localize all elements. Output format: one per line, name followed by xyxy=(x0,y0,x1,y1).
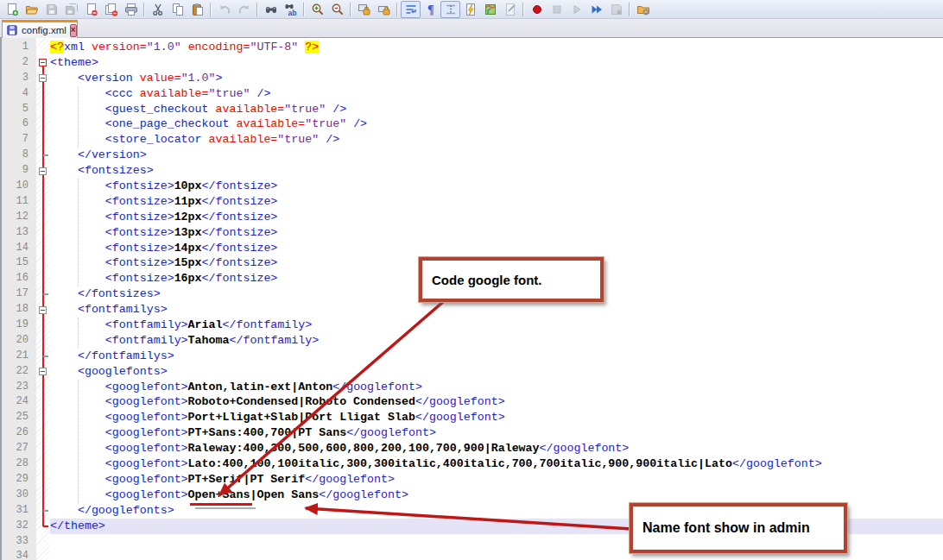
paste-icon[interactable] xyxy=(187,1,207,18)
code-line: <googlefont>Lato:400,100,100italic,300,3… xyxy=(50,456,943,472)
macro-stop-icon[interactable] xyxy=(547,1,566,18)
annotation-text: Code google font. xyxy=(422,273,541,287)
code-line: <?xml version="1.0" encoding="UTF-8" ?> xyxy=(50,40,943,55)
toolbar-separator xyxy=(522,3,524,16)
line-number: 6 xyxy=(2,116,36,132)
code-line: <googlefont>Open+Sans|Open Sans</googlef… xyxy=(50,488,943,503)
line-number: 28 xyxy=(2,456,36,472)
folder-link-icon[interactable] xyxy=(633,1,653,18)
toolbar: ab¶ xyxy=(0,0,943,19)
save-icon[interactable] xyxy=(41,1,61,18)
macro-run-multiple-icon[interactable] xyxy=(586,1,606,18)
line-number: 34 xyxy=(2,549,36,560)
fold-toggle[interactable] xyxy=(39,368,47,375)
fold-margin xyxy=(36,38,50,560)
line-number: 29 xyxy=(2,472,36,488)
line-number: 15 xyxy=(2,255,36,271)
code-line: <fontfamily>Tahoma</fontfamily> xyxy=(50,333,943,349)
fold-toggle[interactable] xyxy=(39,167,47,175)
line-number: 11 xyxy=(2,194,36,210)
fold-toggle[interactable] xyxy=(39,74,47,82)
line-number: 10 xyxy=(2,179,36,194)
new-file-icon[interactable] xyxy=(2,1,22,18)
code-line: </fontfamilys> xyxy=(50,349,943,364)
line-number: 13 xyxy=(2,225,36,241)
replace-icon[interactable]: ab xyxy=(281,1,301,18)
tab-config-xml[interactable]: config.xml × xyxy=(2,20,78,38)
svg-text:¶: ¶ xyxy=(427,3,434,16)
notepadpp-window: ab¶ config.xml × 12345678910111213141516… xyxy=(0,0,943,560)
macro-play-icon[interactable] xyxy=(566,1,586,18)
line-number: 25 xyxy=(2,410,36,425)
indent-guide-line xyxy=(78,179,79,286)
cut-icon[interactable] xyxy=(148,1,168,18)
saved-file-icon xyxy=(6,24,18,36)
fold-end-mark xyxy=(43,154,48,156)
code-line: <theme> xyxy=(50,55,943,71)
line-number: 24 xyxy=(2,394,36,410)
code-line: <fontsizes> xyxy=(50,163,943,179)
udl-lightning-icon[interactable] xyxy=(460,1,480,18)
line-number: 23 xyxy=(2,380,36,395)
code-line: <fontsize>14px</fontsize> xyxy=(50,241,943,256)
sync-vertical-icon[interactable] xyxy=(354,1,374,18)
sync-horizontal-icon[interactable] xyxy=(374,1,394,18)
annotation-text: Name font show in admin xyxy=(633,520,810,536)
document-map-icon[interactable] xyxy=(480,1,500,18)
close-all-icon[interactable] xyxy=(101,1,121,18)
code-line: <googlefont>Port+Lligat+Slab|Port Lligat… xyxy=(50,410,943,425)
redo-icon[interactable] xyxy=(234,1,254,18)
zoom-out-icon[interactable] xyxy=(327,1,347,18)
line-number: 16 xyxy=(2,271,36,286)
indent-guide-icon[interactable] xyxy=(440,1,460,18)
line-number: 30 xyxy=(2,488,36,503)
line-number: 7 xyxy=(2,132,36,148)
code-line: <version value="1.0"> xyxy=(50,71,943,86)
line-number: 26 xyxy=(2,425,36,441)
line-number: 18 xyxy=(2,302,36,318)
open-sans-underline xyxy=(190,503,252,506)
line-number: 12 xyxy=(2,210,36,225)
macro-save-icon[interactable] xyxy=(606,1,626,18)
tab-close-icon[interactable]: × xyxy=(70,24,77,37)
editor-area: 1234567891011121314151617181920212223242… xyxy=(0,38,943,560)
print-icon[interactable] xyxy=(121,1,141,18)
macro-record-icon[interactable] xyxy=(527,1,547,18)
line-number: 21 xyxy=(2,349,36,364)
line-number: 27 xyxy=(2,441,36,456)
save-all-icon[interactable] xyxy=(61,1,81,18)
code-line: <guest_checkout available="true" /> xyxy=(50,102,943,117)
code-line: <fontsize>11px</fontsize> xyxy=(50,194,943,210)
copy-icon[interactable] xyxy=(168,1,187,18)
zoom-in-icon[interactable] xyxy=(307,1,327,18)
line-number-gutter: 1234567891011121314151617181920212223242… xyxy=(2,38,36,560)
line-number: 8 xyxy=(2,148,36,163)
fold-toggle[interactable] xyxy=(39,306,47,314)
word-wrap-icon[interactable] xyxy=(401,1,421,18)
close-icon[interactable] xyxy=(81,1,101,18)
show-all-characters-icon[interactable]: ¶ xyxy=(421,1,440,18)
line-number: 14 xyxy=(2,241,36,256)
function-list-icon[interactable] xyxy=(500,1,520,18)
code-line: <fontfamilys> xyxy=(50,302,943,318)
toolbar-separator xyxy=(303,3,305,16)
find-icon[interactable] xyxy=(261,1,281,18)
svg-text:ab: ab xyxy=(288,8,296,16)
toolbar-separator xyxy=(350,3,351,16)
fold-end-mark xyxy=(43,525,48,527)
line-number: 9 xyxy=(2,163,36,179)
open-file-icon[interactable] xyxy=(22,1,41,18)
annotated-token: Open+Sans xyxy=(188,488,250,501)
line-number: 20 xyxy=(2,333,36,349)
code-line: <googlefont>PT+Serif|PT Serif</googlefon… xyxy=(50,472,943,488)
fold-toggle[interactable] xyxy=(39,59,47,66)
undo-icon[interactable] xyxy=(214,1,234,18)
line-number: 32 xyxy=(2,519,36,534)
indent-guide-line xyxy=(78,86,79,148)
code-line: <fontsize>12px</fontsize> xyxy=(50,210,943,225)
annotation-box-name-font-admin: Name font show in admin xyxy=(630,503,847,553)
annotation-box-code-google-font: Code google font. xyxy=(419,257,604,302)
code-line: <fontsize>13px</fontsize> xyxy=(50,225,943,241)
open-sans-underline-shadow xyxy=(195,507,256,509)
indent-guide-line xyxy=(78,380,79,503)
